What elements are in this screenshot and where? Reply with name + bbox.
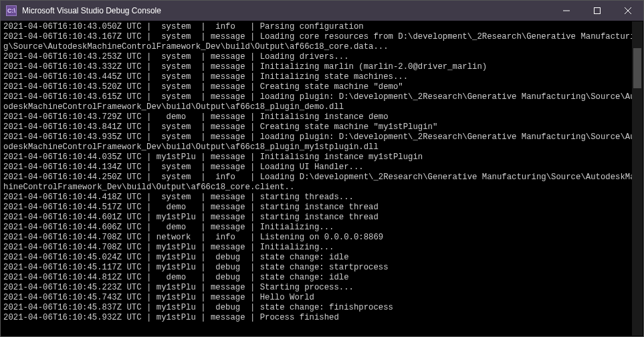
maximize-button[interactable] [582, 1, 613, 21]
log-line: 2021-04-06T16:10:43.520Z UTC | system | … [3, 82, 643, 92]
svg-rect-1 [595, 8, 601, 14]
log-line: 2021-04-06T16:10:44.134Z UTC | system | … [3, 162, 643, 173]
debug-console-window: C:\ Microsoft Visual Studio Debug Consol… [0, 0, 644, 337]
log-line: 2021-04-06T16:10:44.035Z UTC | my1stPlu … [3, 152, 643, 162]
log-line: 2021-04-06T16:10:45.743Z UTC | my1stPlu … [3, 293, 643, 303]
vertical-scrollbar[interactable] [632, 21, 643, 336]
window-title: Microsoft Visual Studio Debug Console [21, 6, 551, 15]
close-icon [625, 7, 631, 14]
minimize-icon [563, 7, 570, 14]
app-icon: C:\ [6, 5, 17, 16]
log-line: 2021-04-06T16:10:45.117Z UTC | my1stPlu … [3, 263, 643, 273]
log-line: 2021-04-06T16:10:45.223Z UTC | my1stPlu … [3, 283, 643, 293]
log-line: 2021-04-06T16:10:44.812Z UTC | demo | de… [3, 273, 643, 283]
log-line: 2021-04-06T16:10:43.332Z UTC | system | … [3, 62, 643, 72]
log-line: 2021-04-06T16:10:43.050Z UTC | system | … [3, 22, 643, 32]
log-line: 2021-04-06T16:10:43.841Z UTC | system | … [3, 122, 643, 132]
maximize-icon [594, 7, 601, 14]
console-output[interactable]: 2021-04-06T16:10:43.050Z UTC | system | … [1, 21, 643, 336]
window-controls [551, 1, 643, 21]
log-line: 2021-04-06T16:10:44.418Z UTC | system | … [3, 193, 643, 203]
log-line: 2021-04-06T16:10:44.517Z UTC | demo | me… [3, 203, 643, 213]
log-line: 2021-04-06T16:10:43.615Z UTC | system | … [3, 92, 643, 112]
log-line: 2021-04-06T16:10:44.250Z UTC | system | … [3, 173, 643, 193]
log-line: 2021-04-06T16:10:44.708Z UTC | my1stPlu … [3, 243, 643, 253]
log-line: 2021-04-06T16:10:43.729Z UTC | demo | me… [3, 112, 643, 122]
log-line: 2021-04-06T16:10:43.445Z UTC | system | … [3, 72, 643, 82]
minimize-button[interactable] [551, 1, 582, 21]
log-line: 2021-04-06T16:10:43.935Z UTC | system | … [3, 132, 643, 152]
log-line: 2021-04-06T16:10:43.253Z UTC | system | … [3, 52, 643, 62]
log-line: 2021-04-06T16:10:45.837Z UTC | my1stPlu … [3, 303, 643, 313]
log-line: 2021-04-06T16:10:44.708Z UTC | network |… [3, 233, 643, 243]
log-line: 2021-04-06T16:10:44.606Z UTC | demo | me… [3, 223, 643, 233]
titlebar[interactable]: C:\ Microsoft Visual Studio Debug Consol… [1, 1, 643, 21]
log-line: 2021-04-06T16:10:44.601Z UTC | my1stPlu … [3, 213, 643, 223]
scrollbar-thumb[interactable] [633, 48, 641, 88]
log-line: 2021-04-06T16:10:45.024Z UTC | my1stPlu … [3, 253, 643, 263]
log-line: 2021-04-06T16:10:43.167Z UTC | system | … [3, 32, 643, 52]
close-button[interactable] [613, 1, 643, 21]
log-line: 2021-04-06T16:10:45.932Z UTC | my1stPlu … [3, 313, 643, 323]
